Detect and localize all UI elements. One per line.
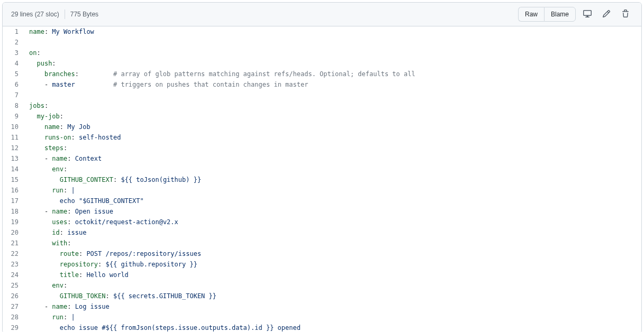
code-content[interactable]: runs-on: self-hosted (24, 132, 641, 143)
code-content[interactable]: branches: # array of glob patterns match… (24, 69, 641, 79)
file-info: 29 lines (27 sloc) 775 Bytes (11, 10, 98, 19)
code-table: 1name: My Workflow23on:4 push:5 branches… (3, 26, 641, 332)
code-content[interactable]: echo "$GITHUB_CONTEXT" (24, 196, 641, 206)
line-number[interactable]: 18 (3, 206, 24, 217)
line-number[interactable]: 19 (3, 217, 24, 227)
monitor-icon (583, 10, 592, 20)
code-line: 26 GITHUB_TOKEN: ${{ secrets.GITHUB_TOKE… (3, 291, 641, 301)
code-line: 27 - name: Log issue (3, 301, 641, 312)
code-line: 20 id: issue (3, 227, 641, 238)
code-line: 21 with: (3, 238, 641, 248)
code-content[interactable] (24, 37, 641, 48)
line-number[interactable]: 17 (3, 196, 24, 206)
code-content[interactable] (24, 90, 641, 100)
code-content[interactable]: env: (24, 164, 641, 174)
line-number[interactable]: 5 (3, 69, 24, 79)
code-content[interactable]: repository: ${{ github.repository }} (24, 259, 641, 270)
line-number[interactable]: 29 (3, 322, 24, 332)
code-line: 10 name: My Job (3, 122, 641, 132)
edit-button[interactable] (599, 7, 614, 22)
line-number[interactable]: 12 (3, 143, 24, 153)
code-line: 17 echo "$GITHUB_CONTEXT" (3, 196, 641, 206)
code-line: 19 uses: octokit/request-action@v2.x (3, 217, 641, 227)
blame-button[interactable]: Blame (544, 7, 576, 22)
file-box: 29 lines (27 sloc) 775 Bytes Raw Blame (2, 2, 642, 332)
line-number[interactable]: 9 (3, 111, 24, 122)
code-content[interactable]: jobs: (24, 100, 641, 111)
desktop-button[interactable] (580, 7, 595, 22)
line-number[interactable]: 8 (3, 100, 24, 111)
code-line: 16 run: | (3, 185, 641, 196)
code-content[interactable]: echo issue #${{ fromJson(steps.issue.out… (24, 322, 641, 332)
code-content[interactable]: steps: (24, 143, 641, 153)
code-line: 11 runs-on: self-hosted (3, 132, 641, 143)
code-line: 15 GITHUB_CONTEXT: ${{ toJson(github) }} (3, 174, 641, 185)
line-number[interactable]: 16 (3, 185, 24, 196)
code-content[interactable]: route: POST /repos/:repository/issues (24, 248, 641, 259)
code-content[interactable]: - name: Open issue (24, 206, 641, 217)
code-line: 7 (3, 90, 641, 100)
code-content[interactable]: on: (24, 48, 641, 58)
delete-button[interactable] (618, 7, 633, 22)
code-content[interactable]: GITHUB_TOKEN: ${{ secrets.GITHUB_TOKEN }… (24, 291, 641, 301)
code-body: 1name: My Workflow23on:4 push:5 branches… (3, 26, 641, 332)
code-line: 24 title: Hello world (3, 270, 641, 280)
raw-blame-group: Raw Blame (518, 7, 576, 22)
code-content[interactable]: id: issue (24, 227, 641, 238)
code-content[interactable]: run: | (24, 185, 641, 196)
line-number[interactable]: 14 (3, 164, 24, 174)
line-number[interactable]: 11 (3, 132, 24, 143)
line-number[interactable]: 24 (3, 270, 24, 280)
raw-button[interactable]: Raw (518, 7, 544, 22)
code-content[interactable]: - name: Context (24, 153, 641, 164)
line-number[interactable]: 25 (3, 280, 24, 291)
code-content[interactable]: - name: Log issue (24, 301, 641, 312)
code-content[interactable]: uses: octokit/request-action@v2.x (24, 217, 641, 227)
code-line: 5 branches: # array of glob patterns mat… (3, 69, 641, 79)
file-header: 29 lines (27 sloc) 775 Bytes Raw Blame (3, 3, 641, 26)
code-line: 8jobs: (3, 100, 641, 111)
code-content[interactable]: name: My Job (24, 122, 641, 132)
line-number[interactable]: 10 (3, 122, 24, 132)
line-number[interactable]: 20 (3, 227, 24, 238)
code-line: 25 env: (3, 280, 641, 291)
code-line: 2 (3, 37, 641, 48)
file-size: 775 Bytes (70, 11, 98, 18)
code-content[interactable]: - master # triggers on pushes that conta… (24, 79, 641, 90)
trash-icon (621, 10, 630, 20)
line-number[interactable]: 1 (3, 26, 24, 37)
line-number[interactable]: 15 (3, 174, 24, 185)
line-number[interactable]: 28 (3, 312, 24, 322)
pencil-icon (602, 10, 611, 20)
code-line: 23 repository: ${{ github.repository }} (3, 259, 641, 270)
line-number[interactable]: 4 (3, 58, 24, 69)
line-number[interactable]: 13 (3, 153, 24, 164)
line-number[interactable]: 27 (3, 301, 24, 312)
line-count: 29 lines (27 sloc) (11, 11, 59, 18)
code-line: 18 - name: Open issue (3, 206, 641, 217)
divider (65, 10, 65, 19)
code-content[interactable]: my-job: (24, 111, 641, 122)
code-content[interactable]: env: (24, 280, 641, 291)
line-number[interactable]: 3 (3, 48, 24, 58)
line-number[interactable]: 26 (3, 291, 24, 301)
code-line: 4 push: (3, 58, 641, 69)
code-line: 12 steps: (3, 143, 641, 153)
line-number[interactable]: 23 (3, 259, 24, 270)
code-line: 28 run: | (3, 312, 641, 322)
code-content[interactable]: title: Hello world (24, 270, 641, 280)
file-actions: Raw Blame (518, 7, 633, 22)
line-number[interactable]: 6 (3, 79, 24, 90)
code-line: 9 my-job: (3, 111, 641, 122)
code-line: 29 echo issue #${{ fromJson(steps.issue.… (3, 322, 641, 332)
line-number[interactable]: 2 (3, 37, 24, 48)
code-content[interactable]: GITHUB_CONTEXT: ${{ toJson(github) }} (24, 174, 641, 185)
line-number[interactable]: 21 (3, 238, 24, 248)
code-line: 6 - master # triggers on pushes that con… (3, 79, 641, 90)
code-content[interactable]: run: | (24, 312, 641, 322)
code-content[interactable]: name: My Workflow (24, 26, 641, 37)
line-number[interactable]: 7 (3, 90, 24, 100)
code-content[interactable]: with: (24, 238, 641, 248)
code-content[interactable]: push: (24, 58, 641, 69)
line-number[interactable]: 22 (3, 248, 24, 259)
